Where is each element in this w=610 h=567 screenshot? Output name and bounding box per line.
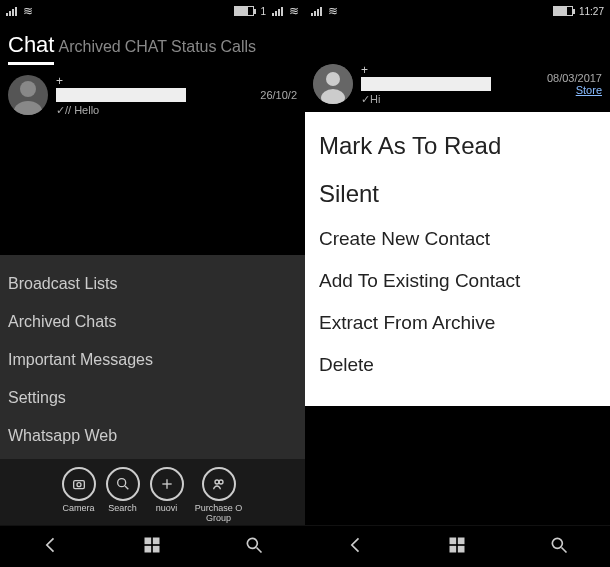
chat-date: 08/03/2017 — [547, 72, 602, 84]
ctx-delete[interactable]: Delete — [305, 344, 610, 386]
search-button[interactable]: Search — [106, 467, 140, 523]
chat-name — [56, 88, 186, 102]
tab-status[interactable]: Status — [171, 34, 216, 60]
phone-right: 11:27 + ✓Hi 08/03/2017 Store Mark As To … — [305, 0, 610, 567]
status-bar: 1 — [0, 0, 305, 22]
ctx-extract[interactable]: Extract From Archive — [305, 302, 610, 344]
svg-point-0 — [20, 81, 36, 97]
wifi-icon — [328, 4, 338, 18]
svg-rect-12 — [145, 545, 152, 552]
chat-row[interactable]: + ✓// Hello 26/10/2 — [0, 67, 305, 123]
menu-broadcast[interactable]: Broadcast Lists — [0, 265, 305, 303]
svg-point-17 — [326, 72, 340, 86]
menu-whatsapp-web[interactable]: Whatsapp Web — [0, 417, 305, 455]
avatar — [8, 75, 48, 115]
search-nav-icon[interactable] — [549, 535, 569, 559]
wifi-icon — [23, 4, 33, 18]
bottom-toolbar: Camera Search nuovi Purchase O Group — [0, 459, 305, 525]
signal-icon-2 — [272, 7, 283, 16]
signal-icon — [6, 7, 17, 16]
status-time: 11:27 — [579, 6, 604, 17]
svg-rect-11 — [153, 537, 160, 544]
ctx-mark-read[interactable]: Mark As To Read — [305, 122, 610, 170]
chat-preview: ✓Hi — [361, 93, 539, 106]
back-icon[interactable] — [346, 535, 366, 559]
overflow-menu: Broadcast Lists Archived Chats Important… — [0, 255, 305, 459]
chat-preview: ✓// Hello — [56, 104, 252, 117]
svg-point-23 — [552, 538, 562, 548]
battery-icon — [553, 6, 573, 16]
group-icon — [202, 467, 236, 501]
chat-name — [361, 77, 491, 91]
search-nav-icon[interactable] — [244, 535, 264, 559]
chat-row[interactable]: + ✓Hi 08/03/2017 Store — [305, 56, 610, 112]
search-icon — [106, 467, 140, 501]
svg-line-15 — [257, 547, 262, 552]
menu-settings[interactable]: Settings — [0, 379, 305, 417]
ctx-silent[interactable]: Silent — [305, 170, 610, 218]
chat-name-prefix: + — [56, 74, 63, 88]
svg-rect-13 — [153, 545, 160, 552]
chat-name-prefix: + — [361, 63, 368, 77]
camera-icon — [62, 467, 96, 501]
back-icon[interactable] — [41, 535, 61, 559]
store-link[interactable]: Store — [547, 84, 602, 96]
svg-point-4 — [117, 479, 125, 487]
phone-left: 1 Chat Archived CHAT Status Calls + ✓// … — [0, 0, 305, 567]
chat-date: 26/10/2 — [260, 89, 297, 101]
new-button[interactable]: nuovi — [150, 467, 184, 523]
svg-rect-2 — [73, 481, 84, 489]
svg-point-1 — [14, 101, 42, 115]
battery-icon — [234, 6, 254, 16]
svg-point-9 — [219, 480, 223, 484]
menu-important[interactable]: Important Messages — [0, 341, 305, 379]
ctx-add-existing[interactable]: Add To Existing Contact — [305, 260, 610, 302]
nav-bar — [305, 525, 610, 567]
tab-archived[interactable]: Archived — [58, 34, 120, 60]
group-button[interactable]: Purchase O Group — [194, 467, 244, 523]
tab-bar: Chat Archived CHAT Status Calls — [0, 22, 305, 67]
camera-button[interactable]: Camera — [62, 467, 96, 523]
ctx-create-contact[interactable]: Create New Contact — [305, 218, 610, 260]
status-text: 1 — [260, 6, 266, 17]
svg-line-24 — [562, 547, 567, 552]
menu-archived[interactable]: Archived Chats — [0, 303, 305, 341]
tab-calls[interactable]: Calls — [220, 34, 256, 60]
status-bar: 11:27 — [305, 0, 610, 22]
svg-rect-21 — [450, 545, 457, 552]
svg-line-5 — [125, 486, 128, 489]
tab-chat2[interactable]: CHAT — [125, 34, 167, 60]
svg-rect-19 — [450, 537, 457, 544]
avatar — [313, 64, 353, 104]
tab-chat[interactable]: Chat — [8, 28, 54, 65]
svg-rect-20 — [458, 537, 465, 544]
context-menu: Mark As To Read Silent Create New Contac… — [305, 112, 610, 406]
svg-point-3 — [77, 483, 81, 487]
signal-icon — [311, 7, 322, 16]
svg-rect-22 — [458, 545, 465, 552]
svg-point-14 — [247, 538, 257, 548]
windows-icon[interactable] — [142, 535, 162, 559]
nav-bar — [0, 525, 305, 567]
windows-icon[interactable] — [447, 535, 467, 559]
plus-icon — [150, 467, 184, 501]
wifi-icon-2 — [289, 4, 299, 18]
svg-rect-10 — [145, 537, 152, 544]
